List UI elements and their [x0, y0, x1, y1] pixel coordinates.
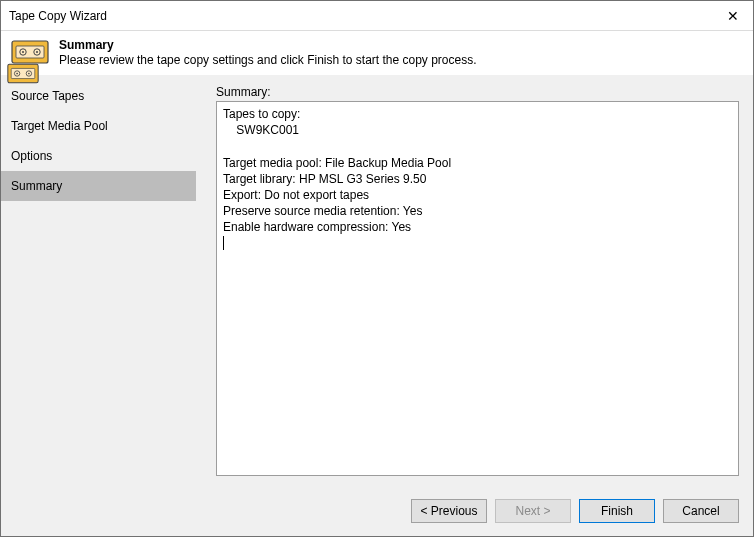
finish-button[interactable]: Finish — [579, 499, 655, 523]
summary-text: Tapes to copy: SW9KC001 Target media poo… — [223, 107, 451, 234]
svg-point-4 — [22, 51, 24, 53]
header-text-block: Summary Please review the tape copy sett… — [59, 37, 743, 67]
cancel-button[interactable]: Cancel — [663, 499, 739, 523]
svg-point-5 — [36, 51, 38, 53]
previous-button[interactable]: < Previous — [411, 499, 487, 523]
wizard-body: Source Tapes Target Media Pool Options S… — [1, 75, 753, 486]
svg-point-11 — [28, 73, 30, 75]
tape-icon — [7, 63, 45, 87]
header-title: Summary — [59, 37, 743, 52]
summary-textbox[interactable]: Tapes to copy: SW9KC001 Target media poo… — [216, 101, 739, 476]
text-caret — [223, 236, 224, 250]
sidebar-item-target-media-pool[interactable]: Target Media Pool — [1, 111, 196, 141]
close-icon[interactable]: ✕ — [713, 2, 753, 30]
wizard-footer: < Previous Next > Finish Cancel — [1, 486, 753, 536]
tape-icon — [11, 40, 49, 64]
sidebar-item-summary[interactable]: Summary — [1, 171, 196, 201]
wizard-header: Summary Please review the tape copy sett… — [1, 31, 753, 75]
next-button: Next > — [495, 499, 571, 523]
sidebar-item-options[interactable]: Options — [1, 141, 196, 171]
window-title: Tape Copy Wizard — [9, 9, 107, 23]
header-subtitle: Please review the tape copy settings and… — [59, 52, 743, 67]
summary-label: Summary: — [216, 85, 739, 99]
wizard-content: Summary: Tapes to copy: SW9KC001 Target … — [196, 75, 753, 486]
titlebar: Tape Copy Wizard ✕ — [1, 1, 753, 31]
svg-point-10 — [16, 73, 18, 75]
sidebar: Source Tapes Target Media Pool Options S… — [1, 75, 196, 486]
wizard-window: Tape Copy Wizard ✕ Summary Please review… — [0, 0, 754, 537]
